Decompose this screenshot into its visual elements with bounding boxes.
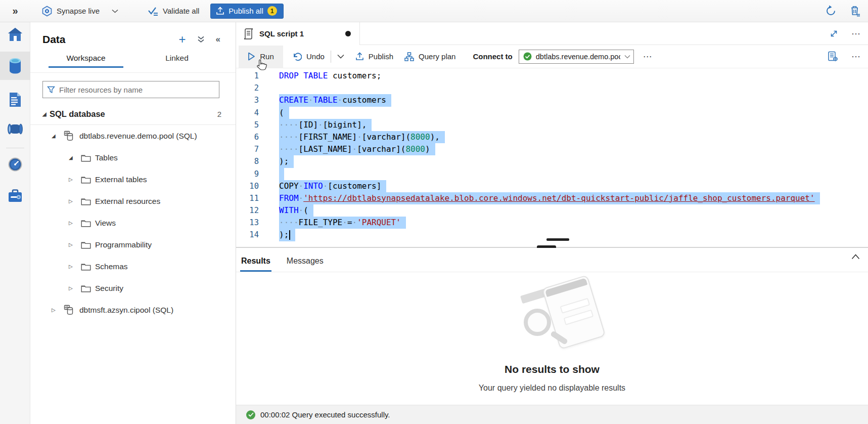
run-play-icon — [248, 52, 255, 61]
tree-item-views[interactable]: ▷Views — [30, 212, 236, 234]
folder-icon — [81, 284, 91, 292]
twisty-collapsed-icon[interactable]: ▷ — [69, 198, 76, 204]
twisty-expanded-icon[interactable]: ◢ — [69, 155, 76, 160]
panel-title: Data — [42, 33, 66, 46]
query-plan-button[interactable]: Query plan — [404, 52, 455, 61]
mode-switcher[interactable]: Synapse live — [41, 6, 118, 17]
toolbar-overflow-icon[interactable]: ⋯ — [851, 51, 861, 62]
tree-item-label: External resources — [95, 197, 160, 206]
line-number: 5 — [236, 119, 259, 131]
twisty-collapsed-icon[interactable]: ▷ — [52, 307, 59, 313]
twisty-collapsed-icon[interactable]: ▷ — [69, 177, 76, 182]
tree-item-schemas[interactable]: ▷Schemas — [30, 256, 236, 277]
editor-scroll-dash[interactable] — [546, 238, 569, 241]
tree-item-label: SQL database — [50, 109, 105, 119]
code-line-9[interactable]: 9 — [236, 168, 868, 180]
add-icon[interactable]: + — [179, 33, 186, 46]
twisty-collapsed-icon[interactable]: ▷ — [69, 242, 76, 247]
filter-box[interactable] — [42, 81, 219, 98]
top-command-bar: » Synapse live Validate all Publish all … — [0, 0, 868, 22]
code-line-4[interactable]: 4( — [236, 107, 868, 119]
discard-all-icon[interactable] — [850, 5, 861, 17]
folder-icon — [81, 262, 91, 271]
toolbar-more-icon[interactable]: ⋯ — [643, 51, 653, 62]
validate-all-button[interactable]: Validate all — [148, 6, 199, 16]
empty-state-subtitle: Your query yielded no displayable result… — [236, 384, 868, 393]
code-line-8[interactable]: 8); — [236, 155, 868, 167]
publish-button[interactable]: Publish — [355, 52, 393, 61]
mode-label: Synapse live — [57, 7, 100, 15]
twisty-collapsed-icon[interactable]: ▷ — [69, 264, 76, 269]
tab-linked[interactable]: Linked — [136, 54, 217, 68]
code-line-11[interactable]: 11FROM·'https://dbtlabsynapsedatalake.bl… — [236, 192, 868, 204]
rail-monitor-button[interactable] — [0, 150, 30, 179]
code-line-5[interactable]: 5····[ID]·[bigint], — [236, 119, 868, 131]
tab-sql-script-1[interactable]: SQL script 1 — [236, 22, 360, 45]
code-line-12[interactable]: 12WITH·( — [236, 204, 868, 217]
twisty-expanded-icon[interactable]: ◢ — [52, 133, 59, 139]
code-text: ); — [279, 155, 294, 167]
home-icon — [7, 27, 23, 42]
data-panel: Data + « Workspace Linked ◢SQL database2… — [30, 22, 236, 424]
code-line-13[interactable]: 13····FILE_TYPE·=·'PARQUET' — [236, 217, 868, 229]
pool-select[interactable]: dbtlabs.revenue.demo.pool — [519, 50, 634, 64]
rail-develop-button[interactable] — [0, 86, 30, 114]
tree-item-external-resources[interactable]: ▷External resources — [30, 190, 236, 212]
code-line-1[interactable]: 1DROP TABLE customers; — [236, 70, 868, 82]
collapse-results-icon[interactable] — [851, 254, 860, 260]
code-text: WITH·( — [279, 204, 313, 217]
tree-item-tables[interactable]: ◢Tables — [30, 147, 236, 168]
sidebar-tabs: Workspace Linked — [45, 54, 217, 68]
properties-icon[interactable] — [828, 51, 838, 62]
expand-rail-button[interactable]: » — [0, 5, 30, 17]
twisty-collapsed-icon[interactable]: ▷ — [69, 285, 76, 291]
tree-item-dbtmsft-azsyn-cipool-sql-[interactable]: ▷dbtmsft.azsyn.cipool (SQL) — [30, 299, 236, 321]
twisty-collapsed-icon[interactable]: ▷ — [69, 220, 76, 226]
rail-data-button[interactable] — [0, 52, 30, 80]
line-number: 2 — [236, 82, 259, 94]
twisty-expanded-icon[interactable]: ◢ — [42, 111, 50, 117]
tree-item-count: 2 — [217, 110, 221, 118]
tree-item-external-tables[interactable]: ▷External tables — [30, 168, 236, 190]
code-line-2[interactable]: 2 — [236, 82, 868, 94]
undo-redo-chevron-icon[interactable] — [337, 54, 344, 59]
filter-input[interactable] — [59, 86, 215, 94]
empty-state-title: No results to show — [236, 363, 868, 375]
code-line-7[interactable]: 7····[LAST_NAME]·[varchar](8000) — [236, 143, 868, 155]
undo-button[interactable]: Undo — [292, 52, 325, 61]
validate-icon — [148, 6, 159, 16]
tab-more-icon[interactable]: ⋯ — [851, 28, 861, 39]
tab-workspace[interactable]: Workspace — [45, 54, 126, 68]
collapse-panel-icon[interactable]: « — [216, 34, 220, 45]
tabs-divider — [30, 72, 236, 73]
publish-label: Publish — [369, 52, 393, 61]
data-icon — [8, 58, 23, 74]
publish-all-button[interactable]: Publish all 1 — [210, 4, 283, 19]
validate-label: Validate all — [163, 7, 199, 15]
line-number: 13 — [236, 217, 259, 229]
run-label: Run — [260, 52, 274, 61]
double-chevron-down-icon[interactable] — [197, 36, 205, 43]
tree-item-programmability[interactable]: ▷Programmability — [30, 234, 236, 256]
code-line-3[interactable]: 3CREATE·TABLE·customers — [236, 94, 868, 106]
rail-integrate-button[interactable] — [0, 115, 30, 143]
code-line-6[interactable]: 6····[FIRST_NAME]·[varchar](8000), — [236, 131, 868, 143]
maximize-icon[interactable] — [830, 29, 838, 38]
tree-item-sql-database[interactable]: ◢SQL database2 — [30, 103, 236, 125]
run-button[interactable]: Run — [239, 46, 283, 68]
tab-results[interactable]: Results — [241, 257, 270, 272]
code-editor[interactable]: 1DROP TABLE customers;23CREATE·TABLE·cus… — [236, 68, 868, 247]
results-tabs-divider — [236, 272, 868, 272]
rail-home-button[interactable] — [0, 20, 30, 49]
rail-manage-button[interactable] — [0, 182, 30, 210]
editor-area: SQL script 1 ⋯ Run Undo — [236, 22, 868, 424]
line-number: 9 — [236, 168, 259, 180]
code-text: FROM·'https://dbtlabsynapsedatalake.blob… — [279, 192, 820, 204]
refresh-icon[interactable] — [825, 5, 837, 17]
tab-messages[interactable]: Messages — [287, 257, 324, 272]
tree-item-dbtlabs-revenue-demo-pool-sql-[interactable]: ◢dbtlabs.revenue.demo.pool (SQL) — [30, 125, 236, 147]
code-text: ····FILE_TYPE·=·'PARQUET' — [279, 217, 406, 229]
code-line-10[interactable]: 10COPY·INTO·[customers] — [236, 180, 868, 192]
filter-funnel-icon — [47, 86, 55, 94]
tree-item-security[interactable]: ▷Security — [30, 277, 236, 299]
